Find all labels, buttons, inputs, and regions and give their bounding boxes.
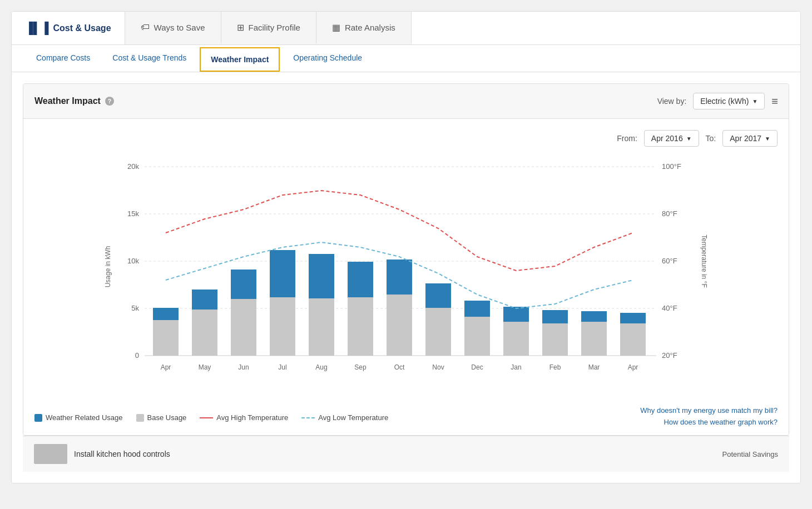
- potential-savings-label: Potential Savings: [722, 450, 778, 458]
- bottom-item-title: Install kitchen hood controls: [74, 450, 170, 458]
- svg-rect-30: [387, 295, 412, 356]
- svg-rect-32: [425, 308, 451, 356]
- facility-profile-icon: ⊞: [237, 22, 244, 33]
- bottom-left: Install kitchen hood controls: [34, 444, 170, 464]
- svg-text:Mar: Mar: [588, 363, 600, 371]
- svg-text:20k: 20k: [127, 162, 139, 171]
- svg-text:10k: 10k: [127, 257, 139, 265]
- svg-text:15k: 15k: [127, 209, 139, 218]
- svg-text:Temperature in °F: Temperature in °F: [700, 234, 708, 288]
- from-date-dropdown[interactable]: Apr 2016 ▼: [644, 130, 699, 147]
- legend-swatch-weather: [34, 414, 42, 422]
- from-chevron-icon: ▼: [686, 136, 692, 142]
- svg-text:5k: 5k: [131, 304, 139, 312]
- svg-rect-27: [309, 254, 334, 298]
- svg-rect-36: [503, 322, 529, 356]
- svg-rect-24: [270, 297, 295, 356]
- svg-rect-37: [503, 307, 529, 322]
- date-controls: From: Apr 2016 ▼ To: Apr 2017 ▼: [34, 130, 778, 147]
- svg-rect-40: [581, 322, 607, 356]
- svg-text:20°F: 20°F: [662, 351, 677, 360]
- menu-icon[interactable]: ≡: [771, 96, 778, 107]
- svg-text:Apr: Apr: [161, 363, 171, 371]
- svg-text:Jun: Jun: [238, 363, 249, 371]
- svg-rect-38: [542, 321, 568, 356]
- ways-to-save-icon: 🏷: [141, 22, 150, 32]
- legend-avg-low: Avg Low Temperature: [301, 413, 388, 422]
- svg-text:Dec: Dec: [471, 363, 483, 371]
- view-by-dropdown[interactable]: Electric (kWh) ▼: [693, 93, 765, 109]
- svg-rect-25: [270, 250, 295, 297]
- legend-line-low-temp: [301, 417, 315, 418]
- svg-rect-34: [464, 317, 490, 356]
- svg-rect-23: [231, 270, 256, 299]
- to-date-dropdown[interactable]: Apr 2017 ▼: [722, 130, 778, 147]
- to-label: To:: [706, 134, 716, 143]
- svg-text:60°F: 60°F: [662, 257, 677, 265]
- faq-links: Why doesn't my energy use match my bill?…: [640, 406, 778, 426]
- svg-rect-33: [425, 283, 451, 308]
- svg-text:Nov: Nov: [432, 363, 444, 371]
- weather-impact-chart: .axis-label { font-size: 13px; fill: #66…: [34, 156, 778, 391]
- brand-icon: ▐▌▐: [25, 22, 49, 34]
- svg-rect-28: [348, 297, 373, 356]
- sub-tab-cost-usage-trends[interactable]: Cost & Usage Trends: [101, 46, 197, 72]
- svg-rect-22: [231, 299, 256, 356]
- legend-base-usage: Base Usage: [136, 413, 187, 422]
- legend-and-faq: Weather Related Usage Base Usage Avg Hig…: [23, 402, 789, 435]
- svg-text:May: May: [199, 363, 211, 371]
- svg-rect-42: [620, 323, 646, 356]
- svg-rect-35: [464, 301, 490, 317]
- panel-title: Weather Impact ?: [34, 96, 114, 106]
- faq-link-2[interactable]: How does the weather graph work?: [664, 418, 778, 426]
- svg-text:100°F: 100°F: [662, 162, 681, 171]
- svg-rect-18: [153, 320, 179, 356]
- rate-analysis-icon: ▦: [332, 22, 340, 33]
- brand-logo: ▐▌▐ Cost & Usage: [12, 12, 125, 44]
- svg-text:Aug: Aug: [315, 363, 327, 371]
- svg-rect-26: [309, 298, 334, 356]
- svg-text:Sep: Sep: [354, 363, 367, 371]
- sub-tab-weather-impact[interactable]: Weather Impact: [200, 47, 280, 72]
- legend-swatch-base: [136, 414, 144, 422]
- bottom-section: Install kitchen hood controls Potential …: [23, 436, 789, 472]
- tab-facility-profile[interactable]: ⊞ Facility Profile: [221, 12, 316, 44]
- tab-ways-to-save[interactable]: 🏷 Ways to Save: [125, 12, 221, 44]
- svg-text:80°F: 80°F: [662, 209, 677, 218]
- sub-tab-compare-costs[interactable]: Compare Costs: [25, 46, 101, 72]
- chart-legend: Weather Related Usage Base Usage Avg Hig…: [34, 409, 388, 426]
- svg-text:Feb: Feb: [549, 363, 561, 371]
- view-by-label: View by:: [657, 97, 687, 106]
- svg-rect-41: [581, 311, 607, 322]
- svg-text:40°F: 40°F: [662, 304, 677, 312]
- chevron-down-icon: ▼: [752, 98, 757, 104]
- legend-line-high-temp: [200, 417, 213, 418]
- svg-rect-43: [620, 313, 646, 323]
- svg-text:0: 0: [135, 351, 139, 360]
- legend-avg-high: Avg High Temperature: [200, 413, 288, 422]
- sub-navigation: Compare Costs Cost & Usage Trends Weathe…: [12, 45, 800, 72]
- svg-text:Usage in kWh: Usage in kWh: [104, 246, 112, 288]
- svg-rect-31: [387, 260, 412, 295]
- legend-weather-related: Weather Related Usage: [34, 413, 123, 422]
- sub-tab-operating-schedule[interactable]: Operating Schedule: [282, 46, 373, 72]
- svg-rect-21: [192, 290, 217, 310]
- from-label: From:: [617, 134, 637, 143]
- kitchen-hood-thumbnail: [34, 444, 67, 464]
- svg-rect-19: [153, 308, 179, 320]
- svg-text:Apr: Apr: [628, 363, 638, 371]
- panel-controls: View by: Electric (kWh) ▼ ≡: [657, 93, 778, 109]
- svg-rect-20: [192, 310, 217, 356]
- help-icon[interactable]: ?: [105, 97, 114, 106]
- svg-text:Jan: Jan: [511, 363, 521, 371]
- svg-rect-39: [542, 310, 568, 323]
- panel-header: Weather Impact ? View by: Electric (kWh)…: [23, 84, 789, 119]
- svg-text:Oct: Oct: [394, 363, 405, 371]
- brand-label: Cost & Usage: [53, 23, 111, 33]
- to-chevron-icon: ▼: [765, 136, 770, 142]
- svg-text:Jul: Jul: [278, 363, 286, 371]
- faq-link-1[interactable]: Why doesn't my energy use match my bill?: [640, 406, 778, 415]
- svg-rect-29: [348, 262, 373, 297]
- tab-rate-analysis[interactable]: ▦ Rate Analysis: [316, 12, 412, 44]
